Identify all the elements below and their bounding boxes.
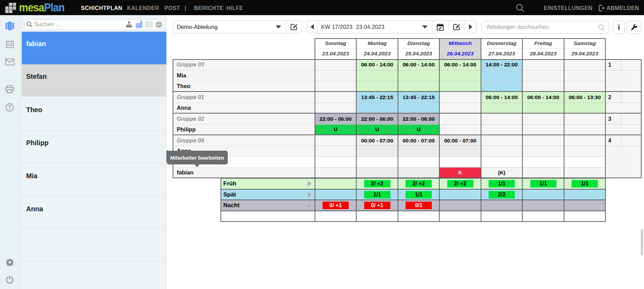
svg-text:?: ?: [8, 104, 11, 110]
